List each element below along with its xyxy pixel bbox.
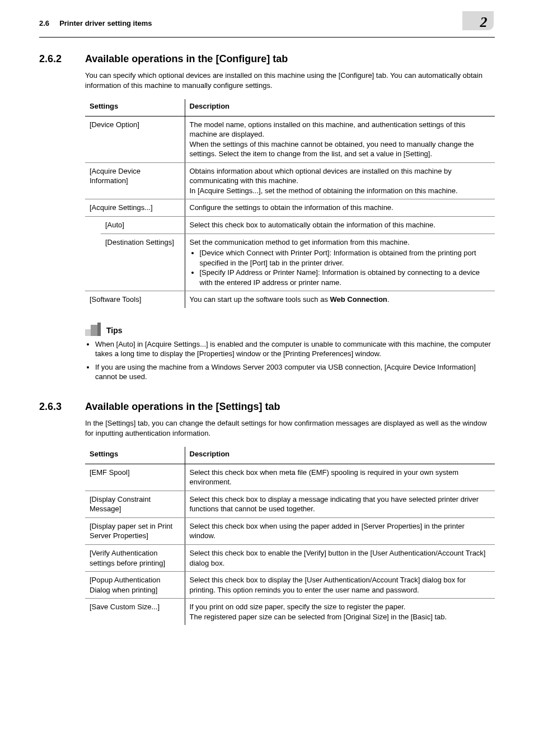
chapter-badge-icon: 2 bbox=[461, 10, 495, 31]
tips-list: When [Auto] in [Acquire Settings...] is … bbox=[85, 339, 495, 382]
row-acquire-settings-label: [Acquire Settings...] bbox=[85, 199, 185, 217]
row-verify-auth-desc: Select this check box to enable the [Ver… bbox=[185, 544, 495, 571]
row-disp-paper-label: [Display paper set in Print Server Prope… bbox=[85, 517, 185, 544]
row-emf-desc: Select this check box when meta file (EM… bbox=[185, 464, 495, 491]
running-head-title: Printer driver setting items bbox=[59, 19, 152, 27]
row-verify-auth-label: [Verify Authentication settings before p… bbox=[85, 544, 185, 571]
running-head: 2.6 Printer driver setting items 2 bbox=[39, 0, 495, 38]
svg-rect-1 bbox=[91, 325, 99, 336]
svg-rect-2 bbox=[97, 323, 101, 336]
row-dest-settings-b2: [Specify IP Address or Printer Name]: In… bbox=[200, 268, 491, 287]
row-software-tools-pre: You can start up the software tools such… bbox=[190, 295, 330, 304]
configure-hdr-desc: Description bbox=[185, 99, 495, 116]
tip-item-1: When [Auto] in [Acquire Settings...] is … bbox=[95, 339, 495, 359]
row-software-tools-post: . bbox=[387, 295, 390, 304]
row-software-tools-bold: Web Connection bbox=[330, 295, 387, 304]
tips-label: Tips bbox=[106, 326, 123, 335]
row-dest-settings-label: [Destination Settings] bbox=[101, 234, 185, 291]
section-262-intro: You can specify which optional devices a… bbox=[85, 71, 495, 90]
settings-hdr-desc: Description bbox=[185, 447, 495, 464]
section-number-263: 2.6.3 bbox=[39, 401, 69, 413]
row-device-option-label: [Device Option] bbox=[85, 116, 185, 162]
chapter-number: 2 bbox=[480, 14, 488, 30]
row-popup-auth-desc: Select this check box to display the [Us… bbox=[185, 572, 495, 599]
row-popup-auth-label: [Popup Authentication Dialog when printi… bbox=[85, 572, 185, 599]
tips-header: Tips bbox=[85, 323, 495, 336]
configure-hdr-settings: Settings bbox=[85, 99, 185, 116]
row-disp-constraint-label: [Display Constraint Message] bbox=[85, 491, 185, 517]
section-title-262: Available operations in the [Configure] … bbox=[85, 53, 288, 65]
row-save-custom-label: [Save Custom Size...] bbox=[85, 599, 185, 626]
running-head-section: 2.6 bbox=[39, 19, 49, 27]
row-device-option-desc: The model name, options installed on thi… bbox=[185, 116, 495, 162]
tips-icon bbox=[85, 323, 104, 336]
row-dest-settings-desc: Set the communication method to get info… bbox=[185, 234, 495, 291]
section-title-263: Available operations in the [Settings] t… bbox=[85, 401, 280, 413]
running-head-left: 2.6 Printer driver setting items bbox=[39, 19, 152, 27]
row-acquire-settings-desc: Configure the settings to obtain the inf… bbox=[185, 199, 495, 217]
row-emf-label: [EMF Spool] bbox=[85, 464, 185, 491]
row-disp-paper-desc: Select this check box when using the pap… bbox=[185, 517, 495, 544]
row-software-tools-desc: You can start up the software tools such… bbox=[185, 291, 495, 308]
tip-item-2: If you are using the machine from a Wind… bbox=[95, 362, 495, 382]
row-dest-settings-lead: Set the communication method to get info… bbox=[190, 238, 410, 246]
chapter-badge: 2 bbox=[461, 10, 495, 31]
row-acquire-dev-info-desc: Obtains information about which optional… bbox=[185, 162, 495, 199]
row-dest-settings-b1: [Device which Connect with Printer Port]… bbox=[200, 248, 491, 268]
row-save-custom-desc: If you print on odd size paper, specify … bbox=[185, 599, 495, 626]
row-auto-label: [Auto] bbox=[101, 217, 185, 234]
settings-tab-table: Settings Description [EMF Spool] Select … bbox=[85, 447, 495, 625]
section-number-262: 2.6.2 bbox=[39, 53, 69, 65]
settings-hdr-settings: Settings bbox=[85, 447, 185, 464]
section-263-intro: In the [Settings] tab, you can change th… bbox=[85, 418, 495, 438]
row-disp-constraint-desc: Select this check box to display a messa… bbox=[185, 491, 495, 517]
row-acquire-dev-info-label: [Acquire Device Information] bbox=[85, 162, 185, 199]
row-software-tools-label: [Software Tools] bbox=[85, 291, 185, 308]
configure-tab-table: Settings Description [Device Option] The… bbox=[85, 99, 495, 308]
row-auto-desc: Select this check box to automatically o… bbox=[185, 217, 495, 234]
